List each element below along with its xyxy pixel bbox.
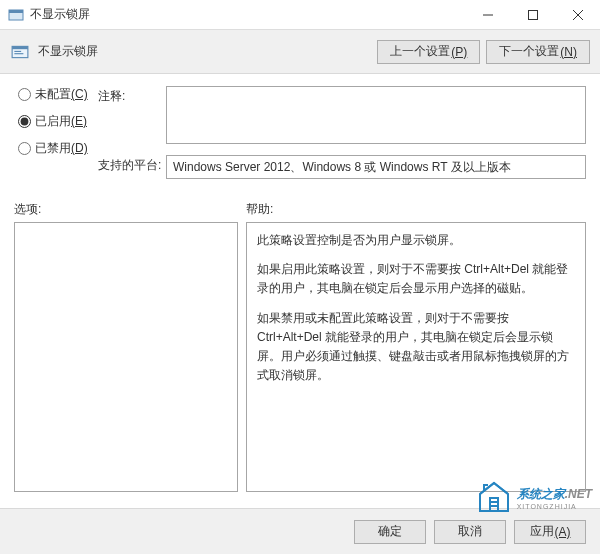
window-title: 不显示锁屏	[30, 6, 465, 23]
platforms-label: 支持的平台:	[98, 155, 166, 174]
radio-not-configured-input[interactable]	[18, 88, 31, 101]
minimize-button[interactable]	[465, 0, 510, 29]
mid-labels: 选项: 帮助:	[0, 195, 600, 222]
apply-button[interactable]: 应用(A)	[514, 520, 586, 544]
window-controls	[465, 0, 600, 29]
svg-rect-9	[14, 53, 23, 54]
config-area: 未配置(C) 已启用(E) 已禁用(D) 注释: 支持的平台: Windows …	[0, 74, 600, 195]
cancel-button[interactable]: 取消	[434, 520, 506, 544]
options-panel[interactable]	[14, 222, 238, 492]
platforms-text: Windows Server 2012、Windows 8 或 Windows …	[173, 159, 579, 176]
titlebar: 不显示锁屏	[0, 0, 600, 30]
svg-rect-7	[12, 46, 28, 49]
radio-enabled-input[interactable]	[18, 115, 31, 128]
svg-rect-3	[528, 10, 537, 19]
maximize-button[interactable]	[510, 0, 555, 29]
help-text-3: 如果禁用或未配置此策略设置，则对于不需要按 Ctrl+Alt+Del 就能登录的…	[257, 309, 575, 386]
comment-textarea[interactable]	[166, 86, 586, 144]
ok-button[interactable]: 确定	[354, 520, 426, 544]
radio-not-configured[interactable]: 未配置(C)	[18, 86, 98, 103]
panels: 此策略设置控制是否为用户显示锁屏。 如果启用此策略设置，则对于不需要按 Ctrl…	[0, 222, 600, 492]
toolbar: 不显示锁屏 上一个设置(P) 下一个设置(N)	[0, 30, 600, 74]
radio-disabled-input[interactable]	[18, 142, 31, 155]
help-text-1: 此策略设置控制是否为用户显示锁屏。	[257, 231, 575, 250]
options-label: 选项:	[14, 201, 246, 218]
help-text-2: 如果启用此策略设置，则对于不需要按 Ctrl+Alt+Del 就能登录的用户，其…	[257, 260, 575, 298]
svg-rect-8	[14, 50, 21, 51]
comment-label: 注释:	[98, 86, 166, 105]
window-icon	[8, 7, 24, 23]
radio-disabled[interactable]: 已禁用(D)	[18, 140, 98, 157]
radio-enabled[interactable]: 已启用(E)	[18, 113, 98, 130]
svg-rect-1	[9, 10, 23, 13]
policy-icon	[10, 42, 30, 62]
platforms-box[interactable]: Windows Server 2012、Windows 8 或 Windows …	[166, 155, 586, 179]
help-panel[interactable]: 此策略设置控制是否为用户显示锁屏。 如果启用此策略设置，则对于不需要按 Ctrl…	[246, 222, 586, 492]
prev-setting-button[interactable]: 上一个设置(P)	[377, 40, 480, 64]
help-label: 帮助:	[246, 201, 273, 218]
close-button[interactable]	[555, 0, 600, 29]
policy-title: 不显示锁屏	[38, 43, 371, 60]
next-setting-button[interactable]: 下一个设置(N)	[486, 40, 590, 64]
footer: 确定 取消 应用(A)	[0, 508, 600, 554]
